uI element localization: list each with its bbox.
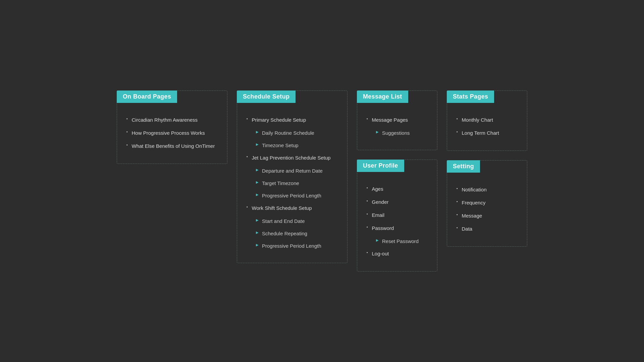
list-item: • Message Pages (367, 116, 428, 123)
item-label: Progressive Period Length (262, 192, 321, 199)
main-container: On Board Pages • Circadian Rhythm Awaren… (110, 84, 534, 278)
card-profile: User Profile • Ages • Gender • Email • P… (357, 160, 437, 272)
bullet-icon: • (367, 199, 368, 203)
arrow-icon: ▶ (376, 238, 379, 242)
arrow-icon: ▶ (256, 193, 259, 196)
arrow-icon: ▶ (256, 130, 259, 134)
list-item: • Ages (367, 185, 428, 192)
list-item: • How Progressive Process Works (126, 129, 218, 136)
middle-column: Message List • Message Pages ▶ Suggestio… (357, 90, 437, 272)
item-label: Suggestions (382, 129, 410, 136)
profile-body: • Ages • Gender • Email • Password ▶ R (357, 172, 437, 257)
list-item: • Email (367, 212, 428, 219)
bullet-icon: • (367, 117, 368, 121)
card-schedule: Schedule Setup • Primary Schedule Setup … (237, 90, 347, 263)
bullet-icon: • (126, 143, 128, 147)
bullet-icon: • (247, 155, 248, 159)
bullet-icon: • (126, 117, 128, 121)
list-item: • Password (367, 225, 428, 232)
list-item: • Jet Lag Prevention Schedule Setup (247, 154, 338, 161)
list-item: ▶ Start and End Date (256, 218, 338, 225)
bullet-icon: • (367, 225, 368, 229)
arrow-icon: ▶ (256, 231, 259, 234)
onboard-header: On Board Pages (117, 90, 177, 103)
list-item: ▶ Timezone Setup (256, 142, 338, 149)
right-column: Stats Pages • Monthly Chart • Long Term … (447, 90, 527, 247)
bullet-icon: • (367, 212, 368, 216)
arrow-icon: ▶ (256, 243, 259, 247)
item-label: Departure and Return Date (262, 167, 323, 174)
item-label: Timezone Setup (262, 142, 299, 149)
list-item: • Data (457, 225, 518, 232)
onboard-body: • Circadian Rhythm Awareness • How Progr… (117, 103, 227, 149)
item-label: Message (462, 212, 482, 219)
item-label: What Else Benefits of Using OnTimer (132, 142, 215, 149)
list-item: ▶ Departure and Return Date (256, 167, 338, 174)
list-item: ▶ Progressive Period Length (256, 192, 338, 199)
arrow-icon: ▶ (256, 168, 259, 172)
arrow-icon: ▶ (256, 142, 259, 146)
item-label: Circadian Rhythm Awareness (132, 116, 198, 123)
item-label: How Progressive Process Works (132, 129, 205, 136)
card-stats: Stats Pages • Monthly Chart • Long Term … (447, 90, 527, 151)
card-message: Message List • Message Pages ▶ Suggestio… (357, 90, 437, 150)
list-item: ▶ Schedule Repeating (256, 230, 338, 237)
list-item: ▶ Suggestions (376, 129, 428, 136)
item-label: Reset Password (382, 238, 419, 245)
list-item: • Circadian Rhythm Awareness (126, 116, 218, 123)
list-item: • Work Shift Schedule Setup (247, 204, 338, 212)
list-item: ▶ Daily Routine Schedule (256, 129, 338, 136)
list-item: • Monthly Chart (457, 116, 518, 123)
item-label: Jet Lag Prevention Schedule Setup (252, 154, 331, 161)
list-item: • What Else Benefits of Using OnTimer (126, 142, 218, 149)
list-item: ▶ Progressive Period Length (256, 242, 338, 249)
list-item: ▶ Target Timezone (256, 180, 338, 187)
list-item: • Gender (367, 198, 428, 205)
arrow-icon: ▶ (376, 130, 379, 134)
item-label: Message Pages (372, 116, 408, 123)
item-label: Primary Schedule Setup (252, 116, 306, 123)
bullet-icon: • (457, 117, 458, 121)
bullet-icon: • (126, 130, 128, 134)
bullet-icon: • (367, 186, 368, 190)
card-onboard: On Board Pages • Circadian Rhythm Awaren… (117, 90, 227, 164)
bullet-icon: • (457, 226, 458, 230)
item-label: Log-out (372, 250, 389, 257)
arrow-icon: ▶ (256, 218, 259, 222)
list-item: • Notification (457, 186, 518, 193)
item-label: Schedule Repeating (262, 230, 307, 237)
item-label: Target Timezone (262, 180, 299, 187)
list-item: • Log-out (367, 250, 428, 257)
bullet-icon: • (367, 251, 368, 254)
bullet-icon: • (457, 213, 458, 217)
stats-header: Stats Pages (447, 90, 494, 103)
stats-body: • Monthly Chart • Long Term Chart (447, 103, 527, 136)
schedule-header: Schedule Setup (237, 90, 296, 103)
bullet-icon: • (247, 205, 248, 209)
item-label: Long Term Chart (462, 129, 499, 136)
list-item: • Message (457, 212, 518, 219)
item-label: Data (462, 225, 473, 232)
list-item: • Long Term Chart (457, 129, 518, 136)
item-label: Monthly Chart (462, 116, 493, 123)
item-label: Work Shift Schedule Setup (252, 204, 312, 212)
schedule-body: • Primary Schedule Setup ▶ Daily Routine… (237, 103, 347, 249)
item-label: Password (372, 225, 394, 232)
card-setting: Setting • Notification • Frequency • Mes… (447, 160, 527, 247)
list-item: • Primary Schedule Setup (247, 116, 338, 123)
list-item: • Frequency (457, 199, 518, 206)
bullet-icon: • (457, 200, 458, 203)
item-label: Daily Routine Schedule (262, 129, 314, 136)
message-body: • Message Pages ▶ Suggestions (357, 103, 437, 136)
item-label: Ages (372, 185, 383, 192)
item-label: Frequency (462, 199, 486, 206)
setting-body: • Notification • Frequency • Message • D… (447, 173, 527, 232)
item-label: Start and End Date (262, 218, 305, 225)
message-header: Message List (357, 90, 408, 103)
profile-header: User Profile (357, 160, 404, 172)
arrow-icon: ▶ (256, 180, 259, 184)
bullet-icon: • (247, 117, 248, 121)
list-item: ▶ Reset Password (376, 238, 428, 245)
item-label: Gender (372, 198, 389, 205)
item-label: Progressive Period Length (262, 242, 321, 249)
